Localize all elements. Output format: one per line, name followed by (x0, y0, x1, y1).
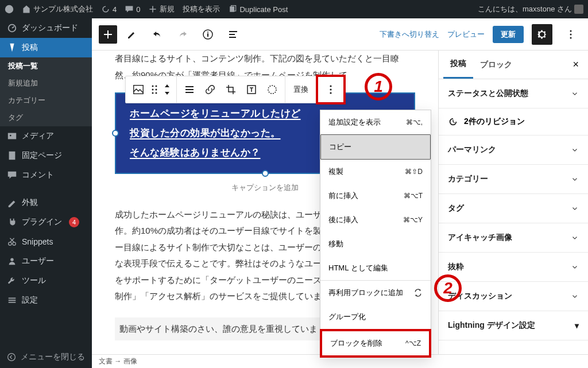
sidebar-item-dashboard[interactable]: ダッシュボード (0, 18, 92, 38)
updates-item[interactable]: 4 (101, 5, 117, 14)
menu-edit-html[interactable]: HTML として編集 (320, 256, 431, 280)
preview-button[interactable]: プレビュー (447, 29, 485, 40)
admin-sidebar: ダッシュボード 投稿 投稿一覧 新規追加 カテゴリー タグ メディア 固定ページ… (0, 18, 92, 368)
submenu-category[interactable]: カテゴリー (0, 92, 92, 109)
svg-point-36 (330, 88, 331, 90)
align-button[interactable] (179, 79, 200, 100)
sidebar-item-users[interactable]: ユーザー (0, 251, 92, 271)
sidebar-item-media[interactable]: メディア (0, 126, 92, 146)
panel-permalink[interactable]: パーマリンク (439, 135, 588, 164)
panel-tags[interactable]: タグ (439, 194, 588, 223)
comments-item[interactable]: 0 (125, 5, 140, 14)
text-overlay-button[interactable] (241, 79, 262, 100)
resize-handle-left[interactable] (112, 130, 119, 137)
revisions-label: 2件のリビジョン (464, 117, 525, 127)
submenu-new-post[interactable]: 新規追加 (0, 75, 92, 92)
sidebar-item-posts[interactable]: 投稿 (0, 38, 92, 57)
reusable-icon (413, 288, 423, 297)
chevron-down-icon (571, 234, 579, 242)
svg-point-9 (10, 258, 13, 261)
view-post[interactable]: 投稿を表示 (183, 4, 220, 14)
submenu-tag[interactable]: タグ (0, 109, 92, 126)
greeting[interactable]: こんにちは、maxstone さん (478, 4, 583, 14)
sidebar-item-label: 設定 (22, 295, 38, 305)
menu-duplicate[interactable]: 複製⌘⇧D (320, 160, 431, 184)
shortcut: ⌘⇧D (405, 168, 423, 176)
move-arrows[interactable] (160, 79, 174, 100)
sidebar-item-comments[interactable]: コメント (0, 165, 92, 185)
sidebar-item-pages[interactable]: 固定ページ (0, 146, 92, 165)
menu-insert-before[interactable]: 前に挿入⌘⌥T (320, 184, 431, 208)
close-inspector-button[interactable]: × (568, 54, 583, 75)
sidebar-item-tools[interactable]: ツール (0, 271, 92, 290)
menu-label: コピー (329, 142, 351, 152)
outline-button[interactable] (223, 24, 243, 45)
wp-logo[interactable] (5, 5, 14, 14)
svg-rect-10 (9, 298, 16, 299)
block-more-button[interactable] (317, 76, 345, 103)
panel-label: タグ (448, 203, 464, 214)
panel-lightning[interactable]: Lightning デザイン設定▾ (439, 311, 588, 340)
menu-move[interactable]: 移動 (320, 232, 431, 256)
menu-group[interactable]: グループ化 (320, 305, 431, 329)
draft-switch-button[interactable]: 下書きへ切り替え (380, 29, 439, 40)
redo-button[interactable] (172, 24, 193, 45)
tab-block[interactable]: ブロック (473, 52, 519, 78)
sidebar-item-settings[interactable]: 設定 (0, 290, 92, 310)
site-name-label: サンプル株式会社 (33, 4, 93, 14)
menu-label: HTML として編集 (328, 263, 388, 273)
revisions-link[interactable]: 2件のリビジョン (439, 109, 588, 135)
sidebar-item-snippets[interactable]: Snippets (0, 232, 92, 251)
crop-button[interactable] (220, 79, 241, 100)
info-button[interactable] (198, 24, 218, 45)
admin-bar-right: こんにちは、maxstone さん (478, 0, 583, 18)
svg-point-8 (13, 242, 16, 245)
svg-point-35 (330, 85, 331, 87)
block-type-image-button[interactable] (128, 79, 149, 100)
menu-insert-after[interactable]: 後に挿入⌘⌥Y (320, 208, 431, 232)
panel-status[interactable]: ステータスと公開状態 (439, 79, 588, 108)
collapse-menu[interactable]: メニューを閉じる (0, 346, 92, 368)
new-item[interactable]: 新規 (148, 4, 175, 14)
panel-excerpt[interactable]: 抜粋 (439, 253, 588, 281)
chevron-down-icon (571, 90, 579, 98)
settings-toggle-button[interactable] (532, 24, 552, 45)
site-name[interactable]: サンプル株式会社 (22, 4, 93, 14)
menu-remove-block[interactable]: ブロックを削除^⌥Z (320, 329, 431, 358)
update-button[interactable]: 更新 (493, 26, 524, 43)
tab-post[interactable]: 投稿 (443, 51, 473, 79)
duplicate-post[interactable]: Duplicate Post (228, 5, 288, 14)
menu-label: 前に挿入 (328, 191, 358, 201)
sidebar-item-appearance[interactable]: 外観 (0, 193, 92, 212)
submenu-all-posts[interactable]: 投稿一覧 (0, 57, 92, 75)
sidebar-item-label: メディア (22, 131, 54, 141)
link-button[interactable] (200, 79, 220, 100)
sidebar-item-label: プラグイン (22, 217, 62, 227)
edit-mode-button[interactable] (122, 24, 142, 45)
new-label: 新規 (160, 4, 175, 14)
drag-handle[interactable] (149, 79, 160, 100)
menu-add-reusable[interactable]: 再利用ブロックに追加 (320, 281, 431, 305)
menu-show-settings[interactable]: 追加設定を表示⌘⌥, (320, 110, 431, 134)
svg-rect-12 (9, 302, 16, 303)
chevron-down-icon (571, 292, 579, 300)
panel-featured[interactable]: アイキャッチ画像 (439, 223, 588, 252)
panel-label: Lightning デザイン設定 (448, 320, 535, 331)
updates-count: 4 (113, 5, 117, 14)
add-block-button[interactable] (99, 25, 117, 44)
admin-bar: サンプル株式会社 4 0 新規 投稿を表示 Duplicate Post こんに… (0, 0, 588, 18)
sidebar-item-label: ツール (22, 276, 46, 286)
resize-handle-bottom[interactable] (262, 170, 269, 177)
sidebar-item-plugins[interactable]: プラグイン4 (0, 212, 92, 232)
panel-category[interactable]: カテゴリー (439, 165, 588, 193)
plugins-badge: 4 (69, 217, 79, 227)
shortcut: ⌘⌥, (406, 118, 423, 126)
undo-button[interactable] (147, 24, 168, 45)
more-menu-button[interactable] (560, 24, 581, 45)
posts-submenu: 投稿一覧 新規追加 カテゴリー タグ (0, 57, 92, 126)
duotone-button[interactable] (262, 79, 283, 100)
svg-point-27 (156, 89, 157, 91)
inspector-sidebar: 投稿 ブロック × ステータスと公開状態 2件のリビジョン パーマリンク カテゴ… (438, 51, 588, 354)
menu-copy[interactable]: コピー (320, 134, 431, 160)
replace-button[interactable]: 置換 (288, 84, 314, 95)
